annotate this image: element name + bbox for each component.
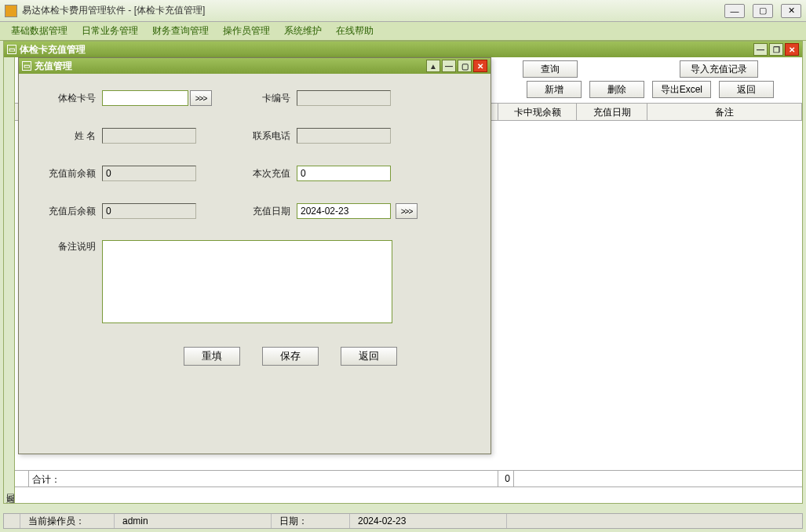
dialog-maximize-button[interactable]: ▢: [458, 60, 472, 72]
dialog-title: 充值管理: [35, 60, 72, 73]
reset-button[interactable]: 重填: [184, 347, 240, 366]
maximize-button[interactable]: ▢: [753, 4, 773, 18]
minimize-button[interactable]: —: [724, 4, 745, 18]
balance-after-input: [102, 203, 196, 219]
card-no-browse-button[interactable]: >>>: [190, 90, 212, 106]
footer-marker: [15, 471, 29, 486]
close-button[interactable]: ✕: [781, 4, 801, 18]
table-footer: 合计： 0: [15, 470, 802, 487]
bg-close-button[interactable]: ✕: [785, 43, 799, 56]
bg-window-header: ▭ 体检卡充值管理 — ❐ ✕: [4, 42, 802, 57]
add-button[interactable]: 新增: [527, 81, 582, 98]
label-balance-before: 充值前余额: [42, 167, 102, 180]
recharge-dialog: ▭ 充值管理 ▲ — ▢ ✕ 体检卡号 >>> 卡编号: [18, 57, 491, 454]
th-date: 充值日期: [577, 104, 647, 120]
delete-button[interactable]: 删除: [589, 81, 644, 98]
card-code-input: [297, 90, 391, 106]
import-record-button[interactable]: 导入充值记录: [680, 60, 758, 78]
dialog-rollup-button[interactable]: ▲: [426, 60, 440, 72]
status-fill: [507, 514, 802, 528]
dialog-return-button[interactable]: 返回: [341, 347, 397, 366]
balance-before-input: [102, 166, 196, 181]
menu-bar: 基础数据管理 日常业务管理 财务查询管理 操作员管理 系统维护 在线帮助: [0, 22, 806, 41]
this-recharge-input[interactable]: [297, 166, 391, 181]
label-remark: 备注说明: [42, 240, 102, 253]
menu-daily-business[interactable]: 日常业务管理: [75, 22, 144, 40]
menu-finance-query[interactable]: 财务查询管理: [146, 22, 215, 40]
bg-minimize-button[interactable]: —: [753, 43, 768, 56]
return-button[interactable]: 返回: [719, 81, 774, 98]
status-operator-label: 当前操作员：: [20, 514, 115, 528]
date-input[interactable]: [297, 203, 391, 219]
phone-input: [297, 128, 391, 144]
footer-total-label: 合计：: [29, 471, 498, 486]
date-browse-button[interactable]: >>>: [396, 203, 418, 219]
name-input: [102, 128, 196, 144]
footer-total-value: 0: [498, 471, 514, 486]
label-this-recharge: 本次充值: [250, 167, 297, 180]
menu-basic-data[interactable]: 基础数据管理: [5, 22, 74, 40]
status-date-label: 日期：: [272, 514, 350, 528]
status-operator: admin: [115, 514, 272, 528]
label-name: 姓 名: [42, 129, 102, 143]
app-window: 易达体检卡费用管理软件 - [体检卡充值管理] — ▢ ✕ 基础数据管理 日常业…: [0, 0, 806, 532]
menu-operator[interactable]: 操作员管理: [217, 22, 276, 40]
label-card-code: 卡编号: [250, 92, 297, 105]
mdi-area: ▭ 体检卡充值管理 — ❐ ✕ 返回 查询 导入充值记录 新增: [3, 41, 803, 504]
th-remark: 备注: [647, 104, 802, 120]
export-excel-button[interactable]: 导出Excel: [652, 81, 711, 98]
query-button[interactable]: 查询: [523, 60, 578, 78]
footer-blank: [514, 471, 802, 486]
label-card-no: 体检卡号: [42, 92, 102, 105]
status-bar: 当前操作员： admin 日期： 2024-02-23: [3, 513, 803, 529]
label-balance-after: 充值后余额: [42, 205, 102, 218]
dialog-body: 体检卡号 >>> 卡编号 姓 名 联系电话 充值前余额: [19, 74, 491, 454]
menu-help[interactable]: 在线帮助: [330, 22, 380, 40]
dialog-icon: ▭: [22, 61, 31, 71]
dialog-minimize-button[interactable]: —: [442, 60, 456, 72]
label-date: 充值日期: [250, 205, 297, 218]
label-phone: 联系电话: [250, 129, 297, 143]
restore-icon[interactable]: ▭: [7, 45, 16, 54]
app-title: 易达体检卡费用管理软件 - [体检卡充值管理]: [22, 4, 724, 17]
save-button[interactable]: 保存: [262, 347, 319, 366]
card-no-input[interactable]: [102, 90, 188, 106]
status-date: 2024-02-23: [350, 514, 507, 528]
status-stub: [4, 514, 20, 528]
bg-restore-button[interactable]: ❐: [769, 43, 783, 56]
left-sidebar-stub: 返回: [4, 57, 15, 503]
dialog-title-bar: ▭ 充值管理 ▲ — ▢ ✕: [19, 58, 491, 74]
remark-textarea[interactable]: [102, 240, 392, 323]
outer-title-bar: 易达体检卡费用管理软件 - [体检卡充值管理] — ▢ ✕: [0, 0, 806, 22]
dialog-close-button[interactable]: ✕: [473, 60, 487, 72]
th-balance: 卡中现余额: [498, 104, 577, 120]
window-controls: — ▢ ✕: [724, 4, 801, 18]
bg-window-title: 体检卡充值管理: [20, 43, 86, 56]
menu-system[interactable]: 系统维护: [278, 22, 328, 40]
dialog-button-row: 重填 保存 返回: [42, 347, 467, 366]
app-icon: [5, 5, 17, 17]
